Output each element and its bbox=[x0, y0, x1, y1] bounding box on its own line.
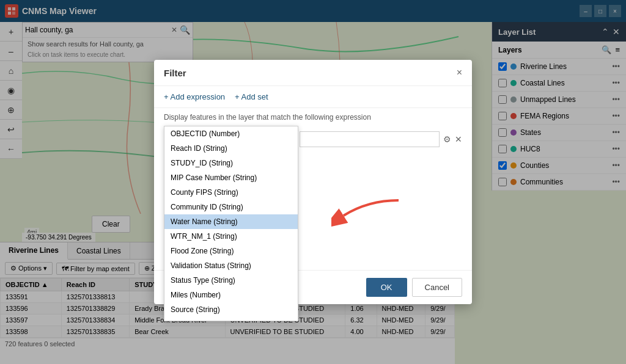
add-expression-button[interactable]: + Add expression bbox=[164, 92, 225, 101]
arrow-annotation bbox=[331, 194, 405, 233]
dropdown-item-studyid[interactable]: STUDY_ID (String) bbox=[164, 156, 298, 170]
expression-remove-button[interactable]: ✕ bbox=[455, 134, 462, 144]
dropdown-item-miles[interactable]: Miles (Number) bbox=[164, 288, 298, 302]
modal-title: Filter bbox=[164, 68, 186, 78]
modal-header: Filter × bbox=[154, 60, 472, 86]
cancel-button[interactable]: Cancel bbox=[412, 278, 462, 297]
dropdown-item-statustype[interactable]: Status Type (String) bbox=[164, 273, 298, 288]
dropdown-item-statusdate[interactable]: Status Date (Date) bbox=[164, 317, 298, 321]
expression-gear-button[interactable]: ⚙ bbox=[443, 134, 451, 144]
modal-close-button[interactable]: × bbox=[457, 67, 462, 78]
field-dropdown-list[interactable]: OBJECTID (Number) Reach ID (String) STUD… bbox=[164, 126, 298, 321]
dropdown-item-countyfips[interactable]: County FIPS (String) bbox=[164, 185, 298, 200]
add-set-button[interactable]: + Add set bbox=[235, 92, 268, 101]
dropdown-item-wtrnm1[interactable]: WTR_NM_1 (String) bbox=[164, 229, 298, 244]
modal-toolbar: + Add expression + Add set bbox=[154, 86, 472, 108]
modal-overlay: Filter × + Add expression + Add set Disp… bbox=[0, 0, 626, 364]
dropdown-item-source[interactable]: Source (String) bbox=[164, 302, 298, 317]
dropdown-item-reachid[interactable]: Reach ID (String) bbox=[164, 141, 298, 156]
dropdown-item-communityid[interactable]: Community ID (String) bbox=[164, 200, 298, 214]
modal-description: Display features in the layer that match… bbox=[154, 108, 472, 126]
dropdown-item-mip[interactable]: MIP Case Number (String) bbox=[164, 170, 298, 185]
ok-button[interactable]: OK bbox=[366, 278, 407, 297]
dropdown-item-floodzone[interactable]: Flood Zone (String) bbox=[164, 244, 298, 258]
dropdown-item-watername[interactable]: Water Name (String) bbox=[164, 214, 298, 229]
filter-modal: Filter × + Add expression + Add set Disp… bbox=[154, 60, 472, 304]
value-input[interactable] bbox=[300, 131, 440, 147]
dropdown-item-validationstatus[interactable]: Validation Status (String) bbox=[164, 258, 298, 273]
dropdown-item-objectid[interactable]: OBJECTID (Number) bbox=[164, 126, 298, 141]
